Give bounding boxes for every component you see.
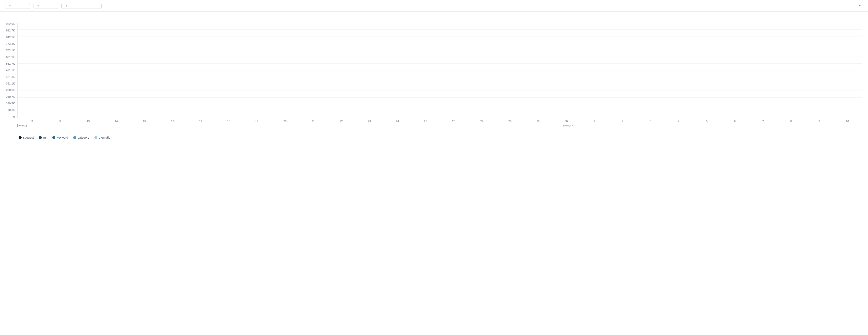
grid-line	[18, 111, 862, 111]
main-content: 982.9K912.7K842.5K772.3K702.1K631.9K561.…	[0, 11, 868, 143]
y-axis-label: 491.5K	[6, 69, 15, 72]
grid-line	[18, 104, 862, 104]
y-axis: 982.9K912.7K842.5K772.3K702.1K631.9K561.…	[6, 23, 18, 118]
y-axis-label: 631.9K	[6, 56, 15, 59]
chart-wrapper: 982.9K912.7K842.5K772.3K702.1K631.9K561.…	[6, 23, 862, 129]
x-axis-label: 22	[328, 120, 355, 123]
y-axis-label: 561.7K	[6, 62, 15, 65]
x-axis-label: 16	[159, 120, 186, 123]
legend-dot-thematic	[94, 136, 97, 139]
date-range-chevron-icon: ▾	[9, 4, 10, 7]
date-range-filter: ▾	[5, 2, 30, 9]
x-axis-label: 23	[356, 120, 383, 123]
legend-dot-keyword	[52, 136, 55, 139]
x-axis-label: 30	[553, 120, 580, 123]
filters-button[interactable]: ▾	[855, 3, 863, 8]
y-axis-label: 421.3K	[6, 76, 15, 78]
legend-dot-suggest	[19, 136, 22, 139]
x-axis-label: 6	[721, 120, 748, 123]
legend-label-thematic: thematic	[99, 136, 110, 139]
legend-label-keyword: keyword	[57, 136, 68, 139]
grid-line	[18, 57, 862, 57]
x-axis-label: 28	[496, 120, 524, 123]
y-axis-label: 70.3K	[7, 109, 15, 111]
y-axis-label: 280.9K	[6, 89, 15, 92]
x-axis-label: 20	[272, 120, 299, 123]
grid-line	[18, 63, 862, 64]
x-axis-label: 25	[412, 120, 439, 123]
legend-item-mlt: mlt	[39, 136, 47, 139]
legend-item-thematic: thematic	[94, 136, 110, 139]
x-axis-label: 15	[131, 120, 158, 123]
legend-dot-mlt	[39, 136, 42, 139]
x-axis-label: 29	[525, 120, 552, 123]
legend-label-category: category	[78, 136, 89, 139]
x-axis-label: 27	[468, 120, 495, 123]
x-axis-label: 21	[300, 120, 327, 123]
grid-line	[18, 29, 862, 30]
bars-container	[18, 23, 862, 118]
group-by-select[interactable]: ▾	[61, 3, 102, 9]
view-chevron-icon: ▾	[37, 4, 39, 7]
y-axis-label: 912.7K	[6, 29, 15, 32]
period-label-sep2023: 2023-9	[19, 125, 27, 128]
chart-area: 982.9K912.7K842.5K772.3K702.1K631.9K561.…	[6, 23, 862, 139]
x-axis-label: 1	[581, 120, 608, 123]
x-axis-label: 10	[834, 120, 861, 123]
legend-item-category: category	[73, 136, 89, 139]
x-axis-label: 17	[187, 120, 214, 123]
y-axis-label: 210.7K	[6, 96, 15, 98]
grid-line	[18, 50, 862, 50]
grid-line	[18, 97, 862, 98]
x-axis-label: 5	[693, 120, 720, 123]
period-separator-2	[562, 124, 562, 127]
group-by-chevron-icon: ▾	[66, 4, 67, 7]
period-label-oct2023: 2023-10	[563, 125, 573, 128]
grid-line	[18, 91, 862, 91]
legend-item-keyword: keyword	[52, 136, 68, 139]
x-axis-label: 4	[665, 120, 692, 123]
x-periods: 2023-92023-10	[18, 124, 862, 129]
y-axis-label: 351.1K	[6, 82, 15, 85]
grid-lines	[18, 23, 862, 118]
legend: suggestmltkeywordcategorythematic	[6, 136, 862, 139]
x-axis-label: 19	[243, 120, 271, 123]
y-axis-label: 842.5K	[6, 36, 15, 39]
x-axis-label: 14	[103, 120, 130, 123]
x-axis-label: 12	[46, 120, 74, 123]
x-axis-label: 26	[440, 120, 467, 123]
legend-label-mlt: mlt	[43, 136, 47, 139]
x-axis-label: 9	[806, 120, 833, 123]
legend-item-suggest: suggest	[19, 136, 34, 139]
y-axis-label: 702.1K	[6, 49, 15, 52]
legend-label-suggest: suggest	[23, 136, 34, 139]
x-axis-label: 2	[609, 120, 636, 123]
x-axis-label: 13	[74, 120, 102, 123]
y-axis-label: 0	[13, 115, 15, 118]
grid-line	[18, 23, 862, 23]
x-axis: 1112131415161718192021222324252627282930…	[18, 120, 862, 123]
x-axis-label: 18	[215, 120, 242, 123]
y-axis-label: 982.9K	[6, 23, 15, 25]
y-axis-label: 140.5K	[6, 102, 15, 105]
x-axis-label: 8	[778, 120, 805, 123]
filters-chevron-icon: ▾	[859, 4, 861, 7]
view-filter: ▾	[33, 2, 58, 9]
date-range-select[interactable]: ▾	[5, 3, 30, 9]
x-axis-label: 3	[637, 120, 664, 123]
group-by-filter: ▾	[61, 2, 102, 9]
grid-line	[18, 70, 862, 70]
x-axis-label: 7	[749, 120, 777, 123]
x-axis-label: 11	[19, 120, 45, 123]
top-bar: ▾ ▾ ▾ ▾	[0, 0, 868, 11]
chart-body: 1112131415161718192021222324252627282930…	[18, 23, 862, 129]
legend-dot-category	[73, 136, 76, 139]
view-select[interactable]: ▾	[33, 3, 58, 9]
y-axis-label: 772.3K	[6, 42, 15, 45]
x-axis-label: 24	[384, 120, 411, 123]
